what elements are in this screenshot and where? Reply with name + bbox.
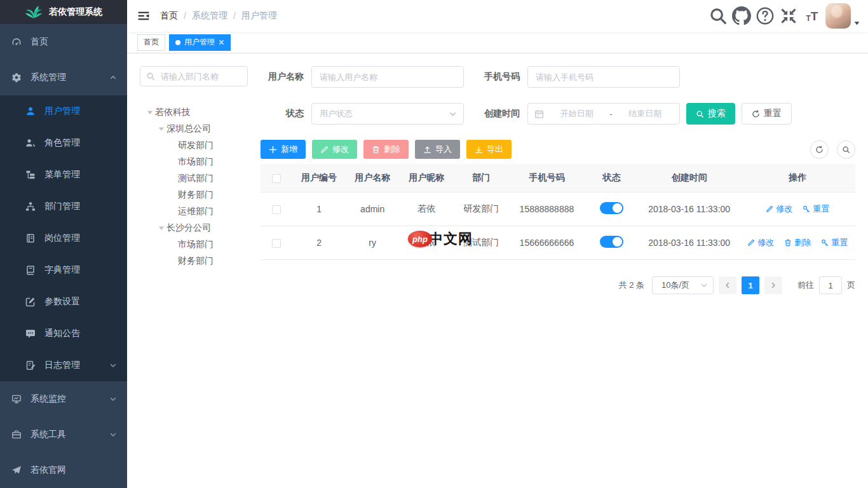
tree-node[interactable]: 测试部门 [140,170,248,187]
sidebar-item-home[interactable]: 首页 [0,24,127,60]
tab-home[interactable]: 首页 [137,34,165,51]
page-size-select[interactable]: 10条/页 [652,276,714,294]
column-header: 操作 [740,164,855,193]
user-id-cell: 2 [292,226,346,260]
tool-icon [11,430,22,440]
tree-node[interactable]: 市场部门 [140,154,248,170]
dept-search-input[interactable] [159,71,241,82]
status-toggle[interactable] [600,236,623,248]
hamburger-icon[interactable] [137,10,150,22]
status-label: 状态 [261,108,311,119]
edit-button[interactable]: 修改 [312,140,357,159]
row-action-edit[interactable]: 修改 [766,203,792,215]
chevron-down-icon [109,395,117,403]
search-button-label: 搜索 [708,108,726,119]
row-action-delete[interactable]: 删除 [784,237,811,248]
sidebar-item-dept[interactable]: 部门管理 [0,191,127,222]
tree-node[interactable]: 深圳总公司 [140,121,248,137]
tree-node[interactable]: 市场部门 [140,236,248,253]
breadcrumb-item[interactable]: 首页 [160,10,178,22]
import-button[interactable]: 导入 [415,140,460,159]
sidebar-item-label: 系统工具 [31,429,66,440]
tree-node[interactable]: 长沙分公司 [140,220,248,236]
sidebar: 若依管理系统 首页系统管理用户管理角色管理菜单管理部门管理岗位管理字典管理参数设… [0,0,127,488]
action-label: 重置 [831,237,848,248]
sidebar-item-role[interactable]: 角色管理 [0,127,127,159]
search-icon-button[interactable] [837,140,855,159]
status-select[interactable]: 用户状态 [311,103,464,125]
phone-input[interactable] [527,66,680,88]
sidebar-item-system[interactable]: 系统管理 [0,60,127,95]
column-header: 用户编号 [292,164,346,193]
sidebar-item-monitor[interactable]: 系统监控 [0,381,127,417]
tree-node-label: 测试部门 [178,173,214,184]
help-icon[interactable] [756,4,775,27]
search-button[interactable]: 搜索 [686,103,735,125]
app-title: 若依管理系统 [49,6,102,18]
row-checkbox[interactable] [272,205,281,214]
tree-node-label: 市场部门 [178,156,214,168]
search-icon[interactable] [709,4,728,27]
sidebar-item-label: 系统管理 [31,72,66,83]
sidebar-item-website[interactable]: 若依官网 [0,452,127,488]
chevron-down-icon [700,281,708,289]
sidebar-item-user[interactable]: 用户管理 [0,95,127,127]
sidebar-item-menu[interactable]: 菜单管理 [0,159,127,191]
sidebar-item-dict[interactable]: 字典管理 [0,254,127,286]
sidebar-item-label: 首页 [31,36,48,48]
next-page-button[interactable] [764,276,782,294]
date-range-picker[interactable]: 开始日期 - 结束日期 [527,103,680,125]
row-action-reset-password[interactable]: 重置 [821,237,848,248]
avatar[interactable] [825,3,851,29]
close-icon[interactable] [219,39,224,45]
created-cell: 2018-03-16 11:33:00 [639,226,740,260]
delete-button[interactable]: 删除 [363,140,409,159]
tree-node[interactable]: 运维部门 [140,203,248,220]
tree-node[interactable]: 研发部门 [140,137,248,154]
caret-down-icon[interactable] [156,125,166,133]
sidebar-item-label: 参数设置 [44,296,80,308]
tab-user-manage[interactable]: 用户管理 [169,34,231,51]
status-toggle[interactable] [600,202,623,214]
reset-button[interactable]: 重置 [742,103,792,125]
exit-fullscreen-icon[interactable] [779,4,798,27]
monitor-icon [11,394,22,404]
export-button[interactable]: 导出 [466,140,512,159]
search-icon [696,110,704,118]
select-all-checkbox[interactable] [272,174,281,183]
caret-down-icon[interactable] [853,20,860,27]
chevron-right-icon [770,281,777,289]
tree-node[interactable]: 财务部门 [140,253,248,269]
page-number-button[interactable]: 1 [742,276,759,294]
row-checkbox[interactable] [272,239,281,248]
username-input[interactable] [311,66,464,88]
add-button[interactable]: 新增 [261,140,306,159]
table-header: 用户编号用户名称用户昵称部门手机号码状态创建时间操作 [261,164,855,193]
goto-page-input[interactable] [819,276,842,294]
row-action-reset-password[interactable]: 重置 [803,203,829,215]
sidebar-item-notice[interactable]: 通知公告 [0,318,127,349]
goto-label: 前往 [797,280,814,291]
tree-node[interactable]: 财务部门 [140,187,248,203]
user-id-cell: 1 [292,193,346,226]
post-icon [25,233,36,243]
prev-page-button[interactable] [719,276,736,294]
sidebar-item-post[interactable]: 岗位管理 [0,222,127,254]
github-icon[interactable] [732,4,751,27]
caret-down-icon[interactable] [145,109,155,116]
dept-tree: 若依科技深圳总公司研发部门市场部门测试部门财务部门运维部门长沙分公司市场部门财务… [140,104,248,269]
dict-icon [25,265,36,275]
font-size-icon[interactable]: TT [803,4,822,27]
sidebar-item-log[interactable]: 日志管理 [0,349,127,381]
toolbar-buttons: 新增修改删除导入导出 [261,140,518,159]
row-action-edit[interactable]: 修改 [747,237,774,248]
sidebar-item-tool[interactable]: 系统工具 [0,417,127,452]
refresh-icon-button[interactable] [810,140,829,159]
refresh-icon [815,146,824,154]
tree-node-label: 运维部门 [178,206,214,217]
sidebar-item-config[interactable]: 参数设置 [0,286,127,318]
caret-down-icon[interactable] [156,224,166,232]
tree-node[interactable]: 若依科技 [140,104,248,121]
toolbar-mini-buttons [810,140,855,159]
app-logo[interactable]: 若依管理系统 [0,0,127,24]
